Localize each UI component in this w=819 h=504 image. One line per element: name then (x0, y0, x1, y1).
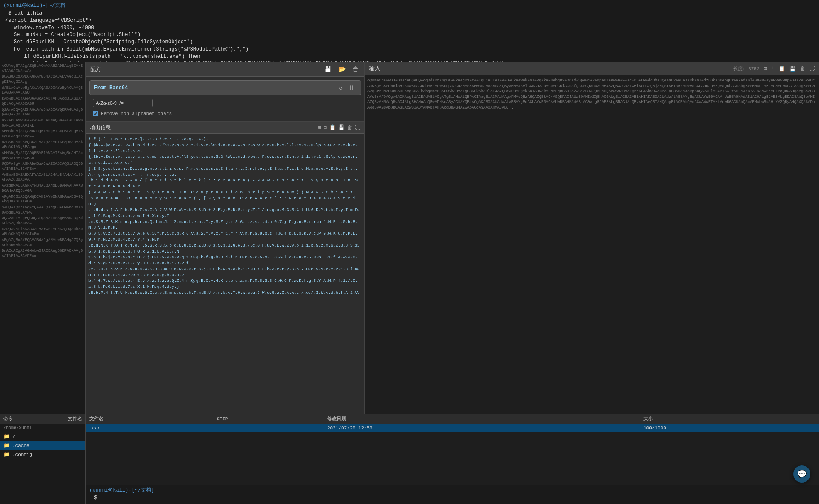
encoded-text: AGUAcgBTAGgAZQBsAGwAXAB2ADEALgBIAHEAIAA0… (2, 64, 84, 259)
recipe-section: From Base64 ↺ ⏸ Remove non-alphabet char… (86, 77, 364, 122)
cell-date: 2021/07/28 12:58 (324, 424, 640, 432)
folder-icon-cache: 📁 (3, 442, 10, 449)
table-row[interactable]: .cac 2021/07/28 12:58 100/1000 (86, 424, 819, 432)
terminal-line-3: Set d6EpurLKH = CreateObject("Scripting.… (3, 39, 816, 46)
cell-size: 100/1000 (640, 424, 819, 432)
chat-button[interactable]: 💬 (793, 465, 810, 483)
file-manager: 命令 文件名 /home/xunmi 📁 / 📁 .cache 📁 .confi… (0, 414, 86, 504)
output-info-icons: ⊞ ⊡ 📋 💾 🗑 ⛶ (318, 124, 360, 131)
main-split: AGUAcgBTAGgAZQBsAGwAXAB2ADEALgBIAHEAIAA0… (0, 62, 819, 414)
input-fullscreen-icon[interactable]: ⛶ (810, 66, 815, 72)
folder-icon-config: 📁 (3, 451, 10, 458)
trash-icon[interactable]: 🗑 (351, 65, 360, 74)
terminal-line-5: If d6EpurLKH.FileExists(path + "\..\powe… (3, 53, 816, 60)
save2-icon[interactable]: 💾 (338, 124, 345, 131)
input-header-controls: 长度: 6752 ⊞ + 📋 💾 🗑 ⛶ (733, 66, 815, 72)
copy-icon[interactable]: 📋 (329, 124, 336, 131)
folder-icon[interactable]: 📂 (337, 65, 347, 74)
fm-header: 命令 文件名 (0, 414, 85, 424)
terminal-cmd-1: ─$ cat i.hta (3, 10, 816, 17)
col-date: 修改日期 (324, 414, 640, 424)
terminal-prompt-2: (xunmi㉿kali)-[~/文档] (89, 486, 816, 494)
left-encoded-panel: AGUAcgBTAGgAZQBsAGwAXAB2ADEALgBIAHEAIAA0… (0, 62, 86, 414)
remove-nonalpha-row: Remove non-alphabet chars (89, 109, 361, 118)
input-expand-icon[interactable]: ⊞ (764, 66, 767, 72)
input-add-icon[interactable]: + (771, 66, 774, 72)
input-save-icon[interactable]: 💾 (789, 66, 796, 72)
terminal-top: (xunmi㉿kali)-[~/文档] ─$ cat i.hta <script… (0, 0, 819, 62)
terminal-line-2: Set mbNsu = CreateObject("Wscript.Shell"… (3, 31, 816, 39)
remove-nonalpha-checkbox[interactable] (93, 111, 98, 116)
fm-path: /home/xunmi (0, 424, 85, 432)
fm-item-label-config: .config (12, 452, 32, 457)
save-icon[interactable]: 💾 (322, 65, 333, 74)
charset-row (89, 97, 361, 109)
output-content: i.f.(.[ .I.n.t.P.t.r.].:.:.S.i.z.e. .-.e… (86, 134, 364, 297)
terminal-bottom: (xunmi㉿kali)-[~/文档] ─$ (86, 485, 819, 504)
recipe-title: 配方 (90, 66, 101, 73)
input-title: 输入 (369, 65, 380, 72)
fm-item-root[interactable]: 📁 / (0, 432, 85, 441)
cell-filename: .cac (86, 424, 213, 432)
folder-icon-root: 📁 (3, 433, 10, 440)
reset-icon[interactable]: ↺ (337, 83, 344, 92)
remove-nonalpha-label: Remove non-alphabet chars (101, 111, 172, 116)
input-length: 长度: 6752 (733, 66, 760, 72)
terminal-line-1: window.moveTo -4000, -4000 (3, 24, 816, 32)
fm-item-label-cache: .cache (12, 443, 30, 448)
terminal-prompt-1: (xunmi㉿kali)-[~/文档] (3, 2, 816, 9)
fm-item-config[interactable]: 📁 .config (0, 450, 85, 459)
input-content: oQ8mACgAWwBJAG4AdABQAHQAcgBdADoAOgBTAGkA… (365, 75, 819, 414)
cell-step (213, 424, 324, 432)
input-copy-icon[interactable]: 📋 (779, 66, 785, 72)
input-text: oQ8mACgAWwBJAG4AdABQAHQAcgBdADoAOgBTAGkA… (367, 78, 816, 111)
output-text: i.f.(.[ .I.n.t.P.t.r.].:.:.S.i.z.e. .-.e… (88, 136, 362, 294)
col-filename: 文件名 (86, 414, 213, 424)
file-table: 文件名 STEP 修改日期 大小 .cac 2021/07/28 12:58 1… (86, 414, 819, 432)
chat-icon: 💬 (797, 469, 807, 479)
output-title: 输出信息 (90, 124, 111, 131)
terminal-script-tag: <script language="VBScript"> (3, 17, 816, 24)
input-trash-icon[interactable]: 🗑 (800, 66, 805, 72)
charset-input[interactable] (93, 99, 153, 107)
cyberchef-recipe-panel: 配方 💾 📂 🗑 From Base64 ↺ ⏸ Remove non-alph… (86, 62, 365, 414)
input-panel: 输入 长度: 6752 ⊞ + 📋 💾 🗑 ⛶ oQ8mACgAWwBJAG4A… (365, 62, 819, 414)
terminal-user-2: (xunmi㉿kali)-[~/文档] (89, 486, 154, 494)
recipe-item-title: From Base64 (94, 85, 128, 91)
terminal-prompt-3: ─$ (89, 495, 816, 502)
fm-title2: 文件名 (68, 416, 82, 422)
recipe-item-controls: ↺ ⏸ (337, 83, 356, 92)
col-step: STEP (213, 414, 324, 424)
recipe-item-base64: From Base64 ↺ ⏸ (89, 80, 361, 95)
pause-icon[interactable]: ⏸ (347, 84, 356, 92)
terminal-line-4: For each path in Split(mbNsu.ExpandEnvir… (3, 46, 816, 53)
grid2-icon[interactable]: ⊡ (324, 124, 327, 131)
recipe-header: 配方 💾 📂 🗑 (86, 62, 364, 77)
terminal-user: (xunmi㉿kali)-[~/文档] (3, 2, 68, 9)
fm-title1: 命令 (3, 416, 13, 422)
col-size: 大小 (640, 414, 819, 424)
center-bottom: 文件名 STEP 修改日期 大小 .cac 2021/07/28 12:58 1… (86, 414, 819, 504)
expand-icon[interactable]: ⛶ (355, 124, 360, 131)
output-info-header: 输出信息 ⊞ ⊡ 📋 💾 🗑 ⛶ (86, 122, 364, 134)
recipe-header-icons: 💾 📂 🗑 (322, 65, 360, 74)
input-header: 输入 长度: 6752 ⊞ + 📋 💾 🗑 ⛶ (365, 62, 819, 75)
grid-icon[interactable]: ⊞ (318, 124, 321, 131)
fm-item-cache[interactable]: 📁 .cache (0, 441, 85, 450)
bottom-area: 命令 文件名 /home/xunmi 📁 / 📁 .cache 📁 .confi… (0, 414, 819, 504)
trash2-icon[interactable]: 🗑 (347, 124, 352, 131)
fm-item-label-root: / (12, 434, 15, 439)
